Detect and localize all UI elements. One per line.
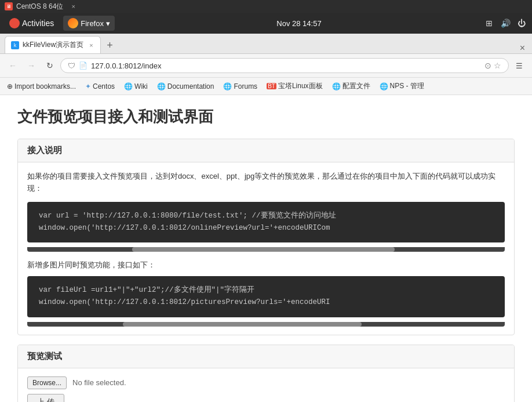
- bookmark-config[interactable]: 🌐 配置文件: [330, 80, 373, 92]
- shield-icon: 🛡: [68, 61, 75, 70]
- code2-line1: var fileUrl =url1+"|"+"url2";//多文件使用"|"字…: [39, 286, 254, 294]
- taskbar: Activities Firefox ▾ Nov 28 14:57 ⊞ 🔊 ⏻: [0, 13, 532, 34]
- bookmark-centos-label: Centos: [93, 82, 115, 90]
- code-block-1: var url = 'http://127.0.0.1:8080/file/te…: [27, 202, 505, 243]
- code2-line2: window.open('http://127.0.0.1:8012/pictu…: [39, 298, 330, 306]
- os-close-button[interactable]: ×: [71, 3, 75, 10]
- tab-close-button[interactable]: ×: [89, 42, 93, 49]
- tab-bar: k kkFileView演示首页 × + ×: [5, 36, 527, 53]
- bookmark-doc-label: Documentation: [167, 82, 214, 90]
- activities-button[interactable]: Activities: [5, 16, 59, 31]
- firefox-label: Firefox: [81, 19, 104, 28]
- bookmarks-bar: ⊕ Import bookmarks... ✦ Centos 🌐 Wiki 🌐 …: [0, 78, 532, 95]
- bookmark-forums-icon: 🌐: [223, 82, 232, 90]
- bookmark-centos[interactable]: ✦ Centos: [83, 81, 117, 92]
- bookmark-config-icon: 🌐: [332, 82, 341, 90]
- network-icon[interactable]: ⊞: [483, 17, 495, 29]
- bookmark-star-icon[interactable]: ☆: [494, 61, 501, 70]
- page-title: 文件预览项目接入和测试界面: [17, 107, 515, 127]
- firefox-icon: [68, 18, 78, 28]
- section-intro-desc: 如果你的项目需要接入文件预览项目，达到对docx、excel、ppt、jpg等文…: [27, 171, 505, 195]
- bookmark-config-label: 配置文件: [342, 81, 370, 91]
- bookmark-doc-icon: 🌐: [157, 82, 166, 90]
- back-button[interactable]: ←: [5, 57, 21, 74]
- browser-tab-active[interactable]: k kkFileView演示首页 ×: [5, 36, 101, 53]
- clock: Nov 28 14:57: [276, 19, 321, 28]
- file-label: No file selected.: [72, 378, 126, 387]
- upload-button[interactable]: 上 传: [27, 394, 64, 402]
- bookmark-nps-label: NPS - 管理: [390, 81, 424, 91]
- forward-button[interactable]: →: [23, 57, 39, 74]
- tab-favicon: k: [11, 41, 19, 49]
- code-scrollbar-1[interactable]: [27, 247, 505, 252]
- bookmark-forums-label: Forums: [234, 82, 257, 90]
- reading-view-icon[interactable]: ⊙: [484, 61, 491, 70]
- bookmark-import[interactable]: ⊕ Import bookmarks...: [5, 81, 78, 92]
- code-scrollbar-1-thumb: [132, 247, 395, 252]
- bookmark-wiki[interactable]: 🌐 Wiki: [122, 81, 150, 92]
- section-preview-header: 预览测试: [18, 345, 514, 368]
- code-block-2: var fileUrl =url1+"|"+"url2";//多文件使用"|"字…: [27, 276, 505, 317]
- bookmark-nps[interactable]: 🌐 NPS - 管理: [377, 80, 427, 92]
- bookmark-documentation[interactable]: 🌐 Documentation: [155, 81, 217, 92]
- bookmark-bt[interactable]: BT 宝塔Linux面板: [264, 80, 325, 92]
- volume-icon[interactable]: 🔊: [500, 17, 511, 29]
- bookmark-import-label: Import bookmarks...: [14, 82, 76, 90]
- section-intro: 接入说明 如果你的项目需要接入文件预览项目，达到对docx、excel、ppt、…: [17, 139, 515, 335]
- upload-section: Browse... No file selected.: [27, 376, 505, 389]
- browse-button[interactable]: Browse...: [27, 376, 67, 389]
- browser-chrome: k kkFileView演示首页 × + ×: [0, 34, 532, 54]
- section-preview: 预览测试 Browse... No file selected. 上 传: [17, 345, 515, 402]
- tab-label: kkFileView演示首页: [23, 40, 83, 50]
- section-intro-header: 接入说明: [18, 139, 514, 162]
- address-icons: ⊙ ☆: [484, 61, 501, 70]
- section-preview-body: Browse... No file selected. 上 传: [18, 368, 514, 402]
- os-title: CentOS 8 64位: [16, 2, 63, 12]
- browser-close-button[interactable]: ×: [520, 43, 527, 53]
- bookmark-bt-label: 宝塔Linux面板: [278, 81, 323, 91]
- section-intro-body: 如果你的项目需要接入文件预览项目，达到对docx、excel、ppt、jpg等文…: [18, 162, 514, 335]
- code1-line2: window.open('http://127.0.0.1:8012/onlin…: [39, 224, 330, 232]
- reader-mode-icon[interactable]: ☰: [511, 57, 527, 74]
- bookmark-nps-icon: 🌐: [380, 82, 388, 90]
- activities-icon: [9, 18, 20, 28]
- activities-label: Activities: [22, 19, 54, 28]
- bookmark-forums[interactable]: 🌐 Forums: [221, 81, 260, 92]
- code-scrollbar-2-thumb: [123, 322, 362, 327]
- bookmark-wiki-icon: 🌐: [124, 82, 133, 90]
- power-icon[interactable]: ⏻: [516, 17, 527, 29]
- firefox-button[interactable]: Firefox ▾: [63, 16, 115, 31]
- page-content: 文件预览项目接入和测试界面 接入说明 如果你的项目需要接入文件预览项目，达到对d…: [0, 95, 532, 402]
- firefox-arrow: ▾: [106, 19, 110, 28]
- code-scrollbar-2[interactable]: [27, 322, 505, 327]
- os-titlebar: 🖥 CentOS 8 64位 ×: [0, 0, 532, 13]
- address-bar[interactable]: 🛡 📄 127.0.0.1:8012/index ⊙ ☆: [60, 58, 509, 73]
- os-icon: 🖥: [5, 2, 13, 10]
- code1-line1: var url = 'http://127.0.0.1:8080/file/te…: [39, 212, 336, 220]
- bookmark-centos-icon: ✦: [85, 82, 91, 90]
- multi-image-desc: 新增多图片同时预览功能，接口如下：: [27, 260, 505, 270]
- reload-button[interactable]: ↻: [42, 57, 58, 74]
- page-icon: 📄: [79, 61, 88, 70]
- new-tab-button[interactable]: +: [102, 37, 118, 53]
- browser-window: k kkFileView演示首页 × + × ← → ↻ 🛡 📄 127.0.0…: [0, 34, 532, 402]
- bookmark-bt-icon: BT: [267, 83, 276, 89]
- bookmark-import-icon: ⊕: [7, 82, 13, 90]
- taskbar-right: ⊞ 🔊 ⏻: [483, 17, 527, 29]
- bookmark-wiki-label: Wiki: [134, 82, 148, 90]
- nav-bar: ← → ↻ 🛡 📄 127.0.0.1:8012/index ⊙ ☆ ☰: [0, 54, 532, 78]
- nav-right-icons: ☰: [511, 57, 527, 74]
- address-text: 127.0.0.1:8012/index: [91, 61, 481, 70]
